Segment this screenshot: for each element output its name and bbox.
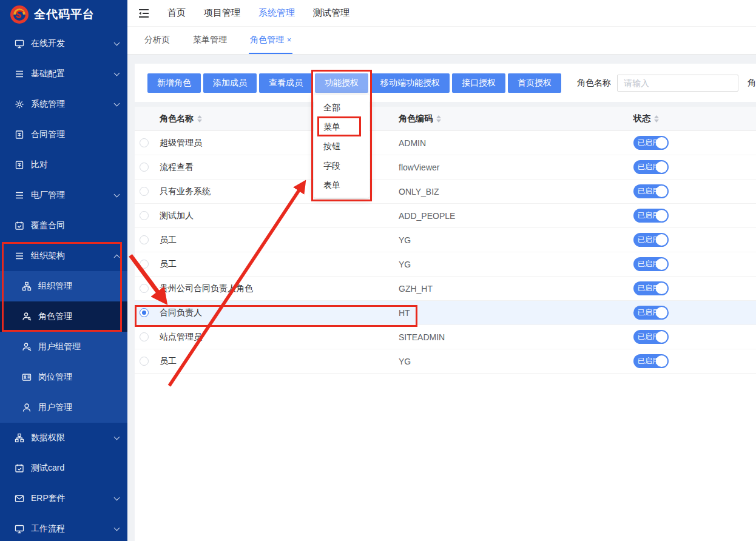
row-radio[interactable] (140, 235, 149, 244)
sidebar-item-system-mgmt[interactable]: 系统管理 (0, 89, 127, 119)
sidebar-item-label: 组织架构 (31, 250, 115, 261)
status-toggle[interactable]: 已启用 (633, 306, 669, 320)
row-radio-checked[interactable] (140, 308, 149, 317)
topnav-home[interactable]: 首页 (167, 7, 186, 19)
api-auth-button[interactable]: 接口授权 (452, 73, 505, 93)
status-toggle[interactable]: 已启用 (633, 160, 669, 174)
status-toggle[interactable]: 已启用 (633, 184, 669, 198)
row-radio[interactable] (140, 211, 149, 220)
column-header-label: 状态 (633, 113, 650, 124)
tab-role-mgmt[interactable]: 角色管理 × (249, 27, 292, 54)
sidebar-item-label: ERP套件 (31, 493, 115, 504)
status-toggle[interactable]: 已启用 (633, 354, 669, 368)
sidebar-item-plant-mgmt[interactable]: 电厂管理 (0, 180, 127, 210)
app-logo: 全代码平台 (0, 0, 127, 29)
status-toggle[interactable]: 已启用 (633, 257, 669, 271)
list-icon (15, 251, 24, 261)
sidebar-item-data-permission[interactable]: 数据权限 (0, 423, 127, 453)
view-members-button[interactable]: 查看成员 (259, 73, 312, 93)
sidebar-item-workflow[interactable]: 工作流程 (0, 514, 127, 541)
role-name-cell: 站点管理员 (160, 332, 399, 343)
add-member-button[interactable]: 添加成员 (203, 73, 257, 93)
sidebar-item-label: 测试card (31, 463, 119, 474)
role-name-input[interactable] (617, 75, 738, 92)
column-header-status[interactable]: 状态 (633, 113, 756, 124)
table-row-selected[interactable]: 合同负责人 HT 已启用 (135, 301, 756, 325)
sidebar-item-org-mgmt[interactable]: 组织管理 (0, 271, 127, 301)
sidebar-item-online-dev[interactable]: 在线开发 (0, 29, 127, 59)
dropdown-item-all[interactable]: 全部 (314, 98, 370, 117)
toggle-knob (656, 186, 667, 197)
topnav-test-mgmt[interactable]: 测试管理 (313, 7, 349, 19)
table-row[interactable]: 员工 YG 已启用 (135, 228, 756, 252)
toggle-knob (656, 258, 667, 270)
toggle-knob (656, 355, 667, 367)
dropdown-item-button[interactable]: 按钮 (314, 136, 370, 156)
sidebar-item-label: 用户组管理 (38, 341, 119, 352)
row-radio[interactable] (140, 163, 149, 172)
sidebar-item-erp-suite[interactable]: ERP套件 (0, 483, 127, 514)
role-code-cell: GZH_HT (399, 284, 633, 294)
brand-logo-icon (10, 5, 29, 24)
status-toggle[interactable]: 已启用 (633, 330, 669, 344)
sidebar-item-label: 岗位管理 (38, 372, 119, 383)
role-code-cell: ADD_PEOPLE (399, 211, 633, 221)
card-gap (135, 102, 756, 107)
dropdown-item-menu[interactable]: 菜单 (314, 117, 370, 136)
table-row[interactable]: 流程查看 flowViewer 已启用 (135, 155, 756, 180)
table-row[interactable]: 贵州公司合同负责人角色 GZH_HT 已启用 (135, 277, 756, 301)
row-radio[interactable] (140, 187, 149, 196)
row-radio[interactable] (140, 284, 149, 293)
row-radio[interactable] (140, 332, 149, 341)
status-toggle[interactable]: 已启用 (633, 233, 669, 247)
org-chart-icon (22, 281, 32, 291)
table-row[interactable]: 超级管理员 ADMIN 已启用 (135, 131, 756, 155)
sidebar-item-base-config[interactable]: 基础配置 (0, 59, 127, 89)
table-row[interactable]: 员工 YG 已启用 (135, 349, 756, 374)
app-title: 全代码平台 (34, 7, 95, 22)
row-radio[interactable] (140, 357, 149, 366)
table-row[interactable]: 只有业务系统 ONLY_BIZ 已启用 (135, 180, 756, 204)
add-role-button[interactable]: 新增角色 (147, 73, 201, 93)
table-row[interactable]: 员工 YG 已启用 (135, 252, 756, 277)
status-toggle[interactable]: 已启用 (633, 281, 669, 295)
gear-icon (15, 99, 24, 109)
id-card-icon (22, 372, 32, 382)
sidebar-item-user-group-mgmt[interactable]: 用户组管理 (0, 332, 127, 362)
toggle-knob (656, 283, 667, 294)
sidebar-item-cover-contract[interactable]: 覆盖合同 (0, 210, 127, 241)
sidebar-item-post-mgmt[interactable]: 岗位管理 (0, 362, 127, 392)
sidebar-item-contract-mgmt[interactable]: 合同管理 (0, 119, 127, 150)
table-row[interactable]: 测试加人 ADD_PEOPLE 已启用 (135, 204, 756, 228)
table-row[interactable]: 站点管理员 SITEADMIN 已启用 (135, 325, 756, 349)
role-code-cell: YG (399, 260, 633, 269)
menu-fold-icon[interactable] (138, 8, 149, 18)
row-radio[interactable] (140, 260, 149, 269)
main-area: 首页 项目管理 系统管理 测试管理 分析页 菜单管理 角色管理 × 新增角色 添… (127, 0, 756, 541)
mobile-function-auth-button[interactable]: 移动端功能授权 (371, 73, 450, 93)
monitor-icon (15, 39, 24, 49)
content-area: 新增角色 添加成员 查看成员 功能授权 移动端功能授权 接口授权 首页授权 角色… (127, 55, 756, 541)
sidebar-item-label: 组织管理 (38, 281, 119, 292)
role-name-cell: 贵州公司合同负责人角色 (160, 283, 399, 294)
column-header-role-code[interactable]: 角色编码 (399, 113, 633, 124)
status-toggle[interactable]: 已启用 (633, 209, 669, 223)
sidebar-item-role-mgmt[interactable]: 角色管理 (0, 301, 127, 332)
toolbar: 新增角色 添加成员 查看成员 功能授权 移动端功能授权 接口授权 首页授权 角色… (135, 64, 756, 102)
sidebar-item-test-card[interactable]: 测试card (0, 453, 127, 483)
close-icon[interactable]: × (287, 36, 291, 44)
sidebar-item-org-structure[interactable]: 组织架构 (0, 241, 127, 271)
tab-analysis[interactable]: 分析页 (143, 27, 171, 54)
row-radio[interactable] (140, 138, 149, 147)
top-navbar: 首页 项目管理 系统管理 测试管理 (127, 0, 756, 27)
status-toggle[interactable]: 已启用 (633, 136, 669, 150)
topnav-system-mgmt[interactable]: 系统管理 (258, 7, 295, 19)
homepage-auth-button[interactable]: 首页授权 (508, 73, 561, 93)
dropdown-item-field[interactable]: 字段 (314, 156, 370, 175)
sidebar-item-user-mgmt[interactable]: 用户管理 (0, 392, 127, 423)
dropdown-item-form[interactable]: 表单 (314, 175, 370, 195)
function-auth-button[interactable]: 功能授权 (315, 73, 368, 93)
tab-menu-mgmt[interactable]: 菜单管理 (192, 27, 228, 54)
sidebar-item-compare[interactable]: 比对 (0, 150, 127, 180)
topnav-project-mgmt[interactable]: 项目管理 (204, 7, 240, 19)
